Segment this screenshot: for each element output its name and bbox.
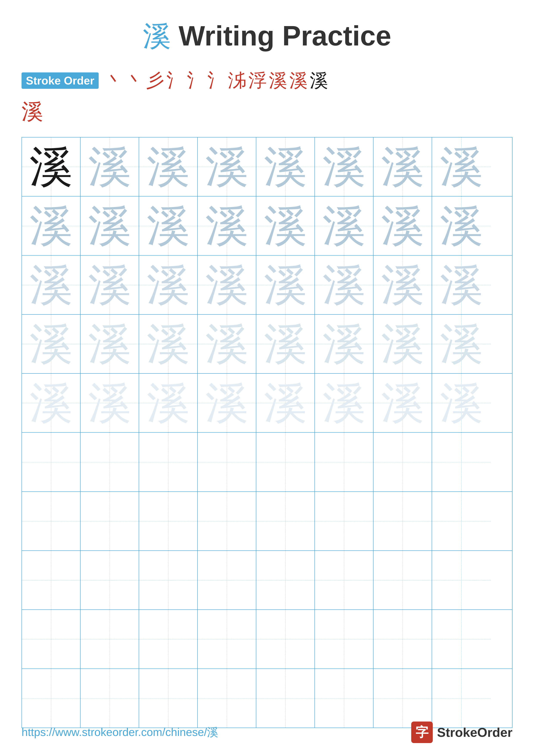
- stroke-step-2: 丶: [126, 68, 144, 93]
- grid-row: 溪 溪 溪 溪 溪 溪 溪 溪: [22, 374, 512, 433]
- grid-cell: [139, 551, 198, 609]
- grid-cell: [139, 669, 198, 728]
- footer-logo: 字 StrokeOrder: [411, 721, 513, 743]
- grid-cell: 溪: [373, 315, 432, 373]
- grid-cell: [22, 433, 81, 491]
- practice-char: 溪: [205, 322, 248, 365]
- practice-char: 溪: [322, 381, 366, 424]
- grid-cell: [256, 492, 315, 551]
- grid-cell: [139, 610, 198, 668]
- grid-cell: [315, 433, 373, 491]
- practice-char: 溪: [264, 381, 307, 424]
- grid-cell: [22, 492, 81, 551]
- grid-cell: [315, 669, 373, 728]
- practice-char: 溪: [264, 145, 307, 188]
- practice-char: 溪: [440, 263, 483, 307]
- stroke-step-4: 氵: [166, 68, 185, 93]
- practice-char: 溪: [322, 322, 366, 365]
- grid-row: 溪 溪 溪 溪 溪 溪 溪 溪: [22, 256, 512, 315]
- grid-cell: [22, 610, 81, 668]
- practice-char: 溪: [30, 381, 73, 424]
- grid-cell: 溪: [81, 138, 139, 196]
- grid-cell: 溪: [139, 374, 198, 432]
- grid-cell: [256, 551, 315, 609]
- practice-char: 溪: [30, 145, 73, 188]
- practice-char: 溪: [381, 263, 424, 307]
- practice-char: 溪: [30, 204, 73, 247]
- title-chinese-char: 溪: [143, 20, 171, 51]
- grid-cell: [198, 433, 256, 491]
- grid-cell: [139, 433, 198, 491]
- practice-char: 溪: [147, 322, 190, 365]
- practice-char: 溪: [264, 204, 307, 247]
- grid-cell: 溪: [432, 256, 491, 314]
- grid-cell: 溪: [432, 197, 491, 255]
- stroke-step-9: 溪: [269, 68, 287, 93]
- grid-cell: [432, 669, 491, 728]
- grid-cell: 溪: [198, 374, 256, 432]
- practice-char: 溪: [147, 381, 190, 424]
- practice-char: 溪: [88, 145, 131, 188]
- grid-cell: 溪: [198, 256, 256, 314]
- title-english-text: Writing Practice: [171, 20, 391, 51]
- practice-char: 溪: [147, 263, 190, 307]
- grid-cell: 溪: [81, 374, 139, 432]
- grid-cell: [373, 433, 432, 491]
- grid-cell: 溪: [22, 138, 81, 196]
- grid-cell: 溪: [256, 256, 315, 314]
- stroke-step-5: 氵: [187, 68, 205, 93]
- practice-char: 溪: [381, 381, 424, 424]
- grid-cell: 溪: [373, 197, 432, 255]
- stroke-step-8: 浮: [248, 68, 267, 93]
- grid-row: [22, 669, 512, 728]
- grid-cell: [139, 492, 198, 551]
- grid-cell: 溪: [198, 315, 256, 373]
- practice-grid: 溪 溪 溪 溪 溪 溪 溪 溪 溪 溪 溪 溪 溪 溪 溪 溪 溪 溪 溪 溪 …: [21, 137, 513, 728]
- stroke-sequence: 丶 丶 彡 氵 氵 氵 泲 浮 溪 溪 溪: [105, 68, 328, 93]
- grid-cell: [22, 669, 81, 728]
- grid-row: [22, 551, 512, 610]
- grid-cell: 溪: [315, 315, 373, 373]
- practice-char: 溪: [440, 145, 483, 188]
- practice-char: 溪: [440, 204, 483, 247]
- grid-cell: [373, 492, 432, 551]
- footer: https://www.strokeorder.com/chinese/溪 字 …: [0, 721, 534, 743]
- practice-char: 溪: [147, 145, 190, 188]
- grid-cell: [315, 492, 373, 551]
- practice-char: 溪: [264, 322, 307, 365]
- grid-cell: 溪: [198, 197, 256, 255]
- grid-cell: 溪: [139, 315, 198, 373]
- grid-cell: 溪: [373, 256, 432, 314]
- grid-cell: [22, 551, 81, 609]
- grid-cell: [81, 610, 139, 668]
- grid-cell: [256, 433, 315, 491]
- grid-row: [22, 433, 512, 492]
- grid-cell: 溪: [256, 138, 315, 196]
- grid-cell: [373, 551, 432, 609]
- logo-text: StrokeOrder: [437, 725, 513, 740]
- grid-cell: 溪: [315, 256, 373, 314]
- practice-char: 溪: [147, 204, 190, 247]
- grid-cell: [432, 433, 491, 491]
- practice-char: 溪: [381, 322, 424, 365]
- grid-cell: 溪: [315, 197, 373, 255]
- grid-cell: [432, 610, 491, 668]
- grid-cell: 溪: [81, 256, 139, 314]
- grid-cell: [432, 492, 491, 551]
- stroke-order-badge: Stroke Order: [21, 72, 99, 89]
- practice-char: 溪: [322, 145, 366, 188]
- grid-row: 溪 溪 溪 溪 溪 溪 溪 溪: [22, 197, 512, 256]
- logo-char: 字: [416, 724, 428, 741]
- practice-char: 溪: [440, 322, 483, 365]
- grid-cell: [81, 551, 139, 609]
- grid-cell: [81, 433, 139, 491]
- stroke-step-1: 丶: [105, 68, 123, 93]
- practice-char: 溪: [88, 381, 131, 424]
- grid-cell: 溪: [432, 315, 491, 373]
- grid-cell: 溪: [256, 315, 315, 373]
- grid-cell: 溪: [315, 374, 373, 432]
- footer-url[interactable]: https://www.strokeorder.com/chinese/溪: [21, 725, 218, 740]
- practice-char: 溪: [205, 381, 248, 424]
- practice-char: 溪: [88, 322, 131, 365]
- grid-cell: 溪: [432, 374, 491, 432]
